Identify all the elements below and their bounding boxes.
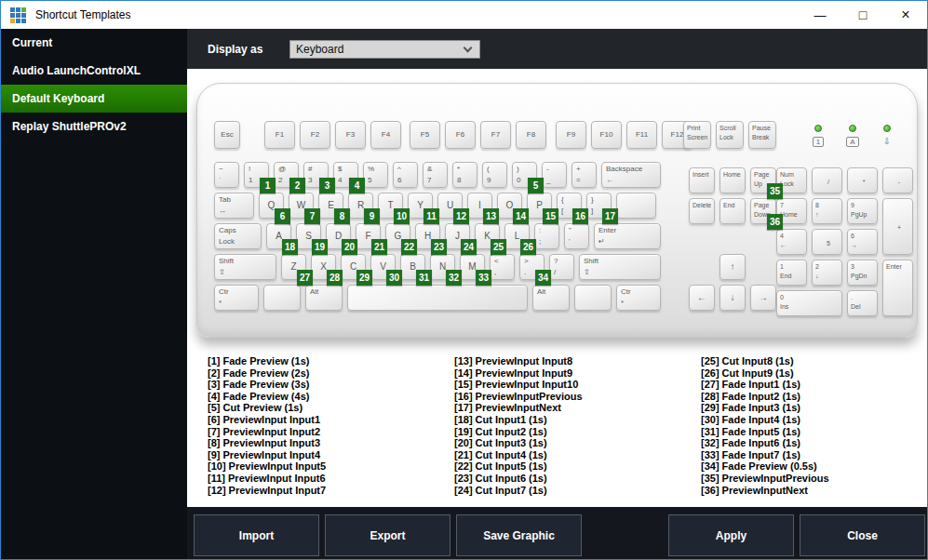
keyboard-key-alt[interactable]: Alt [305,285,343,311]
keyboard-key--[interactable]: :; [534,223,559,249]
keyboard-key--[interactable]: ~` [214,162,239,188]
keyboard-key-f3[interactable]: F3 [335,121,366,149]
sidebar-item-default-keyboard[interactable]: Default Keyboard [1,85,187,113]
keyboard-key-home[interactable]: Home [720,167,746,193]
close-button[interactable]: Close [800,514,925,556]
keyboard-key-s[interactable]: S19 [296,223,321,249]
keyboard-key--7[interactable]: &7 [423,162,448,188]
minimize-button[interactable]: — [799,1,841,29]
keyboard-key--3[interactable]: #33 [303,162,329,188]
keyboard-key-f6[interactable]: F6 [445,121,476,149]
keyboard-key-f8[interactable]: F8 [516,121,546,149]
keyboard-key-enter-[interactable]: Enter↵ [594,223,661,249]
keyboard-key--8[interactable]: *8 [452,162,477,188]
keyboard-key--6[interactable]: ^6 [393,162,418,188]
keyboard-key-b[interactable]: B31 [400,254,425,280]
keyboard-key[interactable] [263,285,301,311]
keyboard-key-pageup[interactable]: PageUp35 [750,167,776,193]
keyboard-key-u[interactable]: U12 [437,193,463,219]
keyboard-key-alt[interactable]: Alt [532,285,570,311]
import-button[interactable]: Import [194,514,319,556]
keyboard-key-r[interactable]: R9 [348,193,373,219]
keyboard-key--[interactable]: + [882,198,913,255]
keyboard-key-g[interactable]: G22 [385,223,410,249]
keyboard-key-f1[interactable]: F1 [264,121,295,149]
keyboard-key-k[interactable]: K25 [475,223,500,249]
keyboard-key-insert[interactable]: Insert [689,167,715,193]
keyboard-key--4[interactable]: $44 [333,162,358,188]
keyboard-key-f2[interactable]: F2 [300,121,330,149]
keyboard-key-p[interactable]: P15 [527,193,552,219]
keyboard-key-t[interactable]: T10 [378,193,403,219]
keyboard-key--del[interactable]: .Del [847,290,878,316]
keyboard-key-1end[interactable]: 1End [776,260,807,286]
keyboard-key-printscreen[interactable]: PrintScreen [683,121,711,149]
keyboard-key-d[interactable]: D20 [326,223,351,249]
keyboard-key--[interactable]: * [847,167,878,193]
keyboard-key-enter[interactable]: Enter [882,260,913,316]
keyboard-key--[interactable]: -_ [542,162,567,188]
keyboard-key-f7[interactable]: F7 [480,121,511,149]
keyboard-key--[interactable]: ?/ [549,254,574,280]
keyboard-key-shift-[interactable]: Shift⇧ [579,254,661,280]
keyboard-key-y[interactable]: Y11 [408,193,433,219]
keyboard-key--9[interactable]: (9 [482,162,507,188]
keyboard-key-ctr-[interactable]: Ctr* [214,285,259,311]
keyboard-key-q[interactable]: Q6 [259,193,284,219]
keyboard-key--[interactable]: / [812,167,842,193]
keyboard-key-n[interactable]: N32 [430,254,455,280]
sidebar-item-current[interactable]: Current [1,29,187,57]
keyboard-key-f[interactable]: F21 [356,223,381,249]
keyboard-key-end[interactable]: End [720,198,746,224]
keyboard-key--[interactable]: }]17 [586,193,612,219]
keyboard-key-9pgup[interactable]: 9PgUp [847,198,878,224]
keyboard-key--[interactable]: >.34 [519,254,545,280]
keyboard-key--[interactable]: += [572,162,597,188]
keyboard-key-i[interactable]: I13 [467,193,492,219]
keyboard-key-m[interactable]: M33 [460,254,485,280]
keyboard-key-pausebreak[interactable]: PauseBreak [748,121,776,149]
export-button[interactable]: Export [325,514,451,556]
keyboard-key-backspace-[interactable]: Backspace← [601,162,661,188]
keyboard-key[interactable] [347,285,528,311]
sidebar-item-replay-shuttleprov2[interactable]: Replay ShuttlePROv2 [1,113,187,140]
keyboard-key--[interactable]: <, [490,254,515,280]
keyboard-key-5[interactable]: 5 [812,229,842,255]
keyboard-key--[interactable]: - [882,167,913,193]
keyboard-key-tab-[interactable]: Tab↔ [214,193,254,219]
sidebar-item-audio-launchcontrolxl[interactable]: Audio LaunchControlXL [1,57,187,85]
keyboard-key-e[interactable]: E8 [318,193,343,219]
keyboard-key-delete[interactable]: Delete [689,198,715,224]
keyboard-key-h[interactable]: H23 [415,223,440,249]
keyboard-key-8-[interactable]: 8↑ [812,198,842,224]
keyboard-key-esc[interactable]: Esc [214,121,240,149]
keyboard-key-f4[interactable]: F4 [370,121,401,149]
keyboard-key[interactable] [616,193,656,219]
keyboard-key-capslock[interactable]: CapsLock [214,223,262,249]
save-graphic-button[interactable]: Save Graphic [456,514,582,556]
keyboard-key-v[interactable]: V30 [370,254,396,280]
keyboard-key-0ins[interactable]: 0Ins [776,290,842,316]
keyboard-key-j[interactable]: J24 [445,223,470,249]
keyboard-key[interactable] [574,285,612,311]
keyboard-key-w[interactable]: W7 [289,193,314,219]
keyboard-key--[interactable]: ← [689,285,715,311]
keyboard-key-o[interactable]: O14 [497,193,522,219]
keyboard-key-f9[interactable]: F9 [556,121,586,149]
keyboard-key--1[interactable]: !11 [244,162,269,188]
keyboard-key-shift-[interactable]: Shift⇧ [214,254,276,280]
keyboard-key-scrolllock[interactable]: ScrollLock [716,121,744,149]
keyboard-key--5[interactable]: %5 [363,162,388,188]
keyboard-key--[interactable]: "' [564,223,589,249]
keyboard-key-x[interactable]: X28 [311,254,336,280]
keyboard-key-z[interactable]: Z27 [281,254,306,280]
keyboard-key-l[interactable]: L26 [504,223,530,249]
keyboard-key--[interactable]: {[16 [557,193,582,219]
display-as-dropdown[interactable]: Keyboard [289,40,480,59]
maximize-button[interactable]: □ [841,1,884,29]
keyboard-key--2[interactable]: @22 [274,162,299,188]
keyboard-key-2-[interactable]: 2↓ [812,260,842,286]
close-icon[interactable]: × [884,1,927,29]
keyboard-key-f11[interactable]: F11 [626,121,657,149]
keyboard-key--[interactable]: ↓ [720,285,746,311]
